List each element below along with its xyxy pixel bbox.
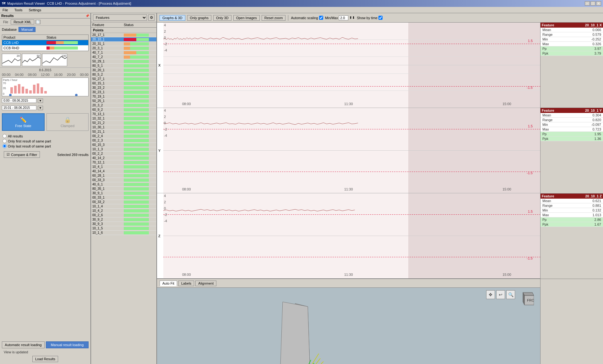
feature-item-20-3-2[interactable]: 20_3_2: [91, 103, 156, 108]
feature-item-50-21-1[interactable]: 50_21_1: [91, 130, 156, 134]
move-icon[interactable]: ✥: [486, 290, 495, 299]
undo-icon[interactable]: ↩: [496, 290, 505, 299]
feature-item-60-28-1[interactable]: 60_28_1: [91, 174, 156, 178]
feature-item-30-23-1[interactable]: 30_23_1: [91, 90, 156, 94]
feature-item-50-27-1[interactable]: 50_27_1: [91, 77, 156, 81]
feature-item-60-15-1[interactable]: 60_15_1: [91, 81, 156, 86]
gear-button[interactable]: ⚙: [148, 14, 155, 21]
free-state-button[interactable]: ✏️ Free State: [2, 113, 45, 131]
feature-item-40-14-2[interactable]: 40_14_2: [91, 156, 156, 160]
feature-item-70-19-1[interactable]: 70_19_1: [91, 94, 156, 99]
svg-rect-74: [124, 231, 149, 234]
manual-load-button[interactable]: Manual result loading: [46, 341, 89, 348]
db-manual-button[interactable]: Manual: [19, 27, 35, 32]
feature-item-10-4-1[interactable]: 10_4_1: [91, 165, 156, 169]
open-images-button[interactable]: Open Images: [233, 15, 260, 21]
xml-icon[interactable]: 📄: [35, 20, 41, 24]
stats-feature-label-z: Feature: [542, 194, 554, 198]
feature-item-10-1-3[interactable]: 10_1_3: [91, 147, 156, 152]
feature-select[interactable]: Features: [93, 14, 147, 21]
sparkline-2: 50: [22, 54, 41, 66]
feature-item-80-5-2[interactable]: 80_5_2: [91, 72, 156, 77]
feature-item-10-32-1[interactable]: 10_32_1: [91, 116, 156, 121]
svg-text:-4: -4: [164, 134, 167, 137]
feature-item-10-1-4[interactable]: 10_1_4: [91, 204, 156, 209]
feature-item-20-10-1[interactable]: 20_10_1: [91, 37, 156, 42]
load-results-button[interactable]: Load Results: [32, 356, 58, 362]
reset-zoom-button[interactable]: Reset zoom: [262, 15, 286, 21]
datetime-to-dropdown[interactable]: ▼: [38, 106, 43, 110]
graphs-3d-button[interactable]: Graphs & 3D: [160, 15, 185, 21]
auto-scale-checkbox[interactable]: [319, 16, 323, 20]
feature-item-50-25-1[interactable]: 50_25_1: [91, 99, 156, 103]
svg-rect-12: [33, 85, 35, 94]
clamped-button[interactable]: 🔒 Clamped: [46, 113, 89, 131]
feature-item-00-33-3[interactable]: 00_33_3: [91, 178, 156, 182]
radio-last-result[interactable]: Only last result of same part: [3, 144, 88, 148]
close-button[interactable]: ✕: [596, 1, 601, 6]
svg-rect-15: [44, 91, 47, 94]
auto-load-button[interactable]: Automatic result loading: [2, 341, 45, 348]
feature-item-40-7-2[interactable]: 40_7_2: [91, 55, 156, 59]
product-row-lhd[interactable]: CCB LHD: [2, 40, 88, 46]
date-label: 8.6.2015: [0, 67, 90, 72]
feature-item-60-15-3[interactable]: 60_15_3: [91, 143, 156, 147]
feature-item-10-1-5[interactable]: 10_1_5: [91, 226, 156, 231]
datetime-to-input[interactable]: [2, 105, 36, 110]
svg-rect-4: [50, 46, 54, 50]
datetime-from-input[interactable]: [2, 98, 36, 103]
cube-widget[interactable]: FRONT: [518, 291, 534, 307]
feature-item-50-29-1[interactable]: 50_29_1: [91, 59, 156, 64]
feature-item-10-1-6[interactable]: 10_1_6: [91, 231, 156, 235]
auto-fit-button[interactable]: Auto Fit: [160, 281, 177, 286]
feature-item-40-6-1[interactable]: 40_6_1: [91, 182, 156, 187]
feature-item-70-13-1[interactable]: 70_13_1: [91, 112, 156, 116]
feature-item-50-21-2[interactable]: 50_21_2: [91, 121, 156, 125]
minimize-button[interactable]: ─: [585, 1, 590, 6]
radio-all-results[interactable]: All results: [3, 134, 88, 138]
feature-item-30-9-3[interactable]: 30_9_3: [91, 222, 156, 226]
feature-item-30-20-1[interactable]: 30_20_1: [91, 68, 156, 72]
alignment-button[interactable]: Alignment: [195, 281, 216, 286]
min-max-input[interactable]: [339, 15, 348, 20]
menu-tools[interactable]: Tools: [13, 8, 24, 13]
pin-icon[interactable]: 📌: [85, 14, 89, 18]
feature-item-40-7-1[interactable]: 40_7_1: [91, 51, 156, 55]
feature-item-80-35-1[interactable]: 80_35_1: [91, 187, 156, 191]
feature-item-40-14-4[interactable]: 40_14_4: [91, 169, 156, 174]
feature-item-30-9-2[interactable]: 30_9_2: [91, 217, 156, 222]
feature-item-00-2-3[interactable]: 00_2_3: [91, 138, 156, 143]
svg-rect-35: [124, 60, 149, 63]
maximize-button[interactable]: □: [590, 1, 595, 6]
menu-settings[interactable]: Settings: [27, 8, 42, 13]
feature-item-20-17-1[interactable]: 20_17_1: [91, 33, 156, 37]
show-time-checkbox[interactable]: [378, 16, 383, 20]
feature-item-10-30-1[interactable]: 10_30_1: [91, 125, 156, 130]
radio-first-result[interactable]: Only first result of same part: [3, 139, 88, 143]
feature-item-00-2-4[interactable]: 00_2_4: [91, 134, 156, 138]
feature-item-00-33-1[interactable]: 00_33_1: [91, 195, 156, 200]
feature-item-80-5-1[interactable]: 80_5_1: [91, 64, 156, 68]
svg-rect-58: [124, 161, 149, 164]
feature-item-20-31-1[interactable]: 20_31_1: [91, 42, 156, 46]
datetime-from-dropdown[interactable]: ▼: [38, 99, 43, 103]
menu-file[interactable]: File: [1, 8, 9, 13]
min-max-stepper[interactable]: ⬆⬇: [349, 16, 355, 20]
zoom-icon[interactable]: 🔍: [506, 290, 515, 299]
result-xml-button[interactable]: Result XML: [11, 19, 34, 24]
feature-item-00-33-2[interactable]: 00_33_2: [91, 200, 156, 204]
feature-item-00-2-2[interactable]: 00_2_2: [91, 152, 156, 156]
feature-item-30-9-1[interactable]: 30_9_1: [91, 191, 156, 195]
only-graphs-button[interactable]: Only graphs: [187, 15, 211, 21]
only-3d-button[interactable]: Only 3D: [213, 15, 231, 21]
stats-feature-value-x: 20_10_1 X: [585, 23, 602, 27]
labels-button[interactable]: Labels: [178, 281, 194, 286]
feature-item-20-3-1[interactable]: 20_3_1: [91, 46, 156, 51]
feature-item-30-23-2[interactable]: 30_23_2: [91, 86, 156, 90]
product-row-rhd[interactable]: CCB RHD: [2, 46, 88, 51]
feature-item-10-4-2[interactable]: 10_4_2: [91, 209, 156, 213]
feature-item-60-9-2[interactable]: 60_9_2: [91, 108, 156, 112]
feature-item-00-2-6[interactable]: 00_2_6: [91, 213, 156, 217]
compare-filter-button[interactable]: ☑ Compare & Filter: [4, 151, 40, 158]
feature-item-70-12-1[interactable]: 70_12_1: [91, 160, 156, 165]
